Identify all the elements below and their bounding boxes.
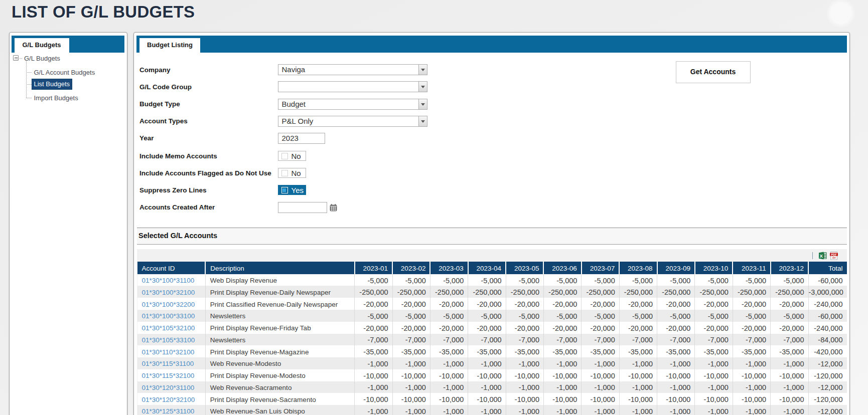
- svg-text:PDF: PDF: [831, 253, 837, 256]
- svg-text:X: X: [819, 253, 823, 259]
